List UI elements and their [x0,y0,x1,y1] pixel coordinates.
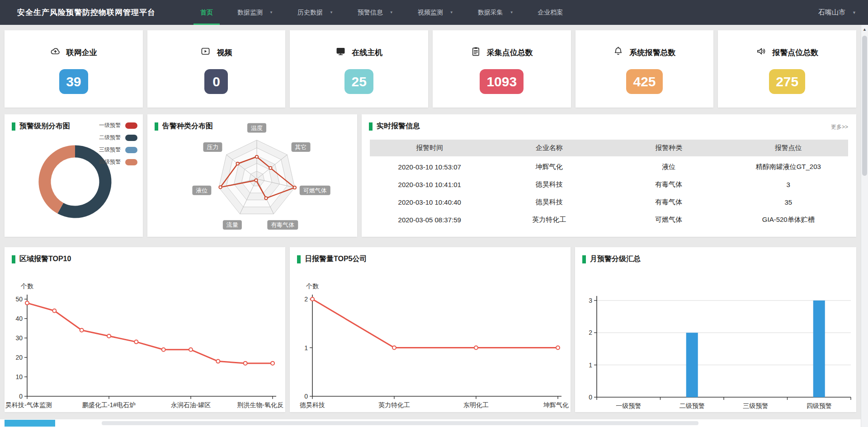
table-row[interactable]: 2020-03-05 08:37:59英力特化工可燃气体GIA-520单体贮槽 [370,211,848,229]
svg-text:可燃气体: 可燃气体 [303,187,327,194]
x-tick-label: 一级预警 [616,402,641,409]
stat-card-online-enterprises: 联网企业 39 [5,30,143,108]
chevron-down-icon: ▼ [330,10,333,14]
x-tick-label: 荆洪生物-氧化反 [237,401,283,408]
panel-region-top10: 区域报警TOP10 01020304050个数昊科技-气体监测鹏盛化工-1#电石… [5,247,285,412]
x-tick-label: 英力特化工 [378,401,410,408]
panel-warning-level-pie: 预警级别分布图 一级预警 二级预警 三级预警 四级预警 [5,114,143,237]
stat-card-collect-points: 采集点位总数 1093 [433,30,571,108]
x-tick-label: 鹏盛化工-1#电石炉 [82,401,136,408]
region-selector[interactable]: 石嘴山市 ▼ [818,8,856,17]
table-row[interactable]: 2020-03-10 10:40:40德昊科技有毒气体35 [370,193,848,211]
radar-data-point [255,155,258,158]
x-tick-label: 德昊科技 [299,401,325,408]
table-row[interactable]: 2020-03-10 10:41:01德昊科技有毒气体3 [370,176,848,193]
more-link[interactable]: 更多>> [831,123,848,131]
nav-item-data-monitor[interactable]: 数据监测▼ [225,0,285,25]
chevron-down-icon: ▼ [450,10,453,14]
y-tick-label: 0 [589,394,592,401]
nav-item-data-collect[interactable]: 数据采集▼ [466,0,526,25]
panel-alarm-type-radar: 告警种类分布图 温度其它可燃气体有毒气体流量液位压力 [147,114,357,237]
radar-axis-label: 有毒气体 [267,220,298,230]
radar-data-point [293,186,296,189]
clipboard-icon [471,46,481,59]
y-tick-label: 50 [15,296,23,303]
panel-title: 区域报警TOP10 [19,254,71,264]
line-series [312,299,558,348]
app-title: 安全生产风险预警防控物联网管理平台 [17,7,156,18]
stat-label: 系统报警总数 [629,47,675,58]
table-row[interactable]: 2020-03-10 10:53:07坤辉气化液位精醇南罐液位GT_203 [370,158,848,176]
stat-cards-row: 联网企业 39 视频 0 在线主机 25 采集点位总数 1093 系统报警总数 … [5,30,856,108]
nav-item-video-monitor[interactable]: 视频监测▼ [406,0,466,25]
title-accent-bar [155,122,158,131]
title-accent-bar [12,255,15,263]
legend-swatch [125,159,137,165]
nav-menu: 首页 数据监测▼ 历史数据▼ 预警信息▼ 视频监测▼ 数据采集▼ 企业档案 [188,0,576,25]
donut-slice [45,151,75,208]
line-series [27,303,273,363]
legend-item-level1[interactable]: 一级预警 [99,122,137,129]
y-tick-label: 1 [589,361,592,369]
svg-text:液位: 液位 [196,187,208,194]
x-tick-label: 永润石油-罐区 [171,401,211,408]
col-header-point: 报警点位 [729,144,849,152]
y-tick-label: 0 [19,393,23,400]
data-point [474,346,478,350]
stat-label: 报警点位总数 [772,47,818,58]
title-accent-bar [12,122,15,131]
radar-axis-label: 温度 [247,123,266,133]
data-point [216,360,220,363]
scroll-up-arrow-icon[interactable]: ▲ [861,25,868,34]
pie-legend: 一级预警 二级预警 三级预警 四级预警 [99,122,137,170]
vertical-scrollbar-thumb[interactable] [862,36,867,176]
y-tick-label: 20 [15,354,23,361]
stat-label: 采集点位总数 [487,47,533,58]
y-tick-label: 2 [304,296,308,303]
chevron-down-icon: ▼ [269,10,273,14]
nav-item-enterprise-archive[interactable]: 企业档案 [526,0,576,25]
stat-value-badge: 25 [344,69,373,94]
stat-value-badge: 275 [769,69,805,94]
y-tick-label: 3 [589,297,592,304]
stat-value-badge: 39 [59,69,88,94]
data-point [392,346,396,350]
data-point [311,297,314,301]
col-header-type: 报警种类 [609,144,729,152]
legend-item-level2[interactable]: 二级预警 [99,134,137,141]
svg-text:压力: 压力 [207,144,218,150]
horizontal-scrollbar-thumb[interactable] [102,421,698,425]
video-icon [200,46,211,59]
data-point [271,361,274,365]
stat-label: 联网企业 [66,47,97,58]
svg-text:有毒气体: 有毒气体 [271,221,294,228]
radar-axis-label: 可燃气体 [300,186,330,195]
stat-value-badge: 1093 [480,69,524,94]
stat-label: 在线主机 [352,47,382,58]
chevron-down-icon: ▼ [852,10,856,15]
panel-title: 告警种类分布图 [162,122,213,131]
region-top10-line-chart: 01020304050个数昊科技-气体监测鹏盛化工-1#电石炉永润石油-罐区荆洪… [5,247,285,412]
x-tick-label: 坤辉气化 [543,401,569,408]
legend-item-level4[interactable]: 四级预警 [99,158,137,166]
stat-card-system-alarms: 系统报警总数 425 [576,30,714,108]
radar-data-point [236,162,239,165]
data-point [189,348,193,352]
stat-card-alarm-points: 报警点位总数 275 [718,30,856,108]
nav-item-warning-info[interactable]: 预警信息▼ [345,0,406,25]
top-nav-bar: 安全生产风险预警防控物联网管理平台 首页 数据监测▼ 历史数据▼ 预警信息▼ 视… [0,0,868,25]
nav-item-history-data[interactable]: 历史数据▼ [285,0,345,25]
y-tick-label: 0 [304,393,308,400]
radar-axis-label: 液位 [192,186,211,195]
cloud-icon [50,46,61,59]
vertical-scrollbar[interactable]: ▲ [861,25,868,427]
x-tick-label: 昊科技-气体监测 [5,401,52,408]
y-axis-title: 个数 [306,282,319,290]
stat-label: 视频 [217,47,232,58]
nav-item-home[interactable]: 首页 [188,0,225,25]
speaker-icon [756,46,766,59]
stat-value-badge: 425 [626,69,662,94]
legend-item-level3[interactable]: 三级预警 [99,146,137,154]
title-accent-bar [297,255,301,263]
radar-data-point [255,179,257,182]
